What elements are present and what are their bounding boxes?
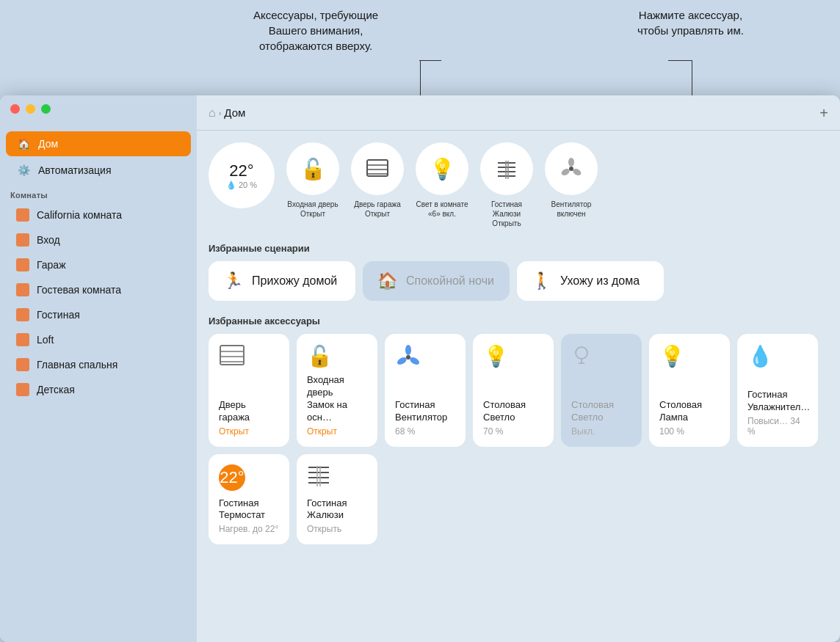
status-fan[interactable]: Вентиляторвключен bbox=[545, 142, 598, 219]
titlebar: ⌂ › Дом + bbox=[197, 95, 840, 131]
room-icon bbox=[16, 258, 29, 271]
acc-garage-door[interactable]: Дверьгаража Открыт bbox=[209, 334, 289, 447]
status-light[interactable]: 💡 Свет в комнате«6» вкл. bbox=[416, 142, 468, 219]
front-door-icon: 🔓 bbox=[286, 142, 339, 195]
light-label: Свет в комнате«6» вкл. bbox=[416, 200, 468, 219]
room-icon bbox=[16, 308, 29, 321]
sidebar-kids-label: Детская bbox=[37, 384, 75, 395]
room-icon bbox=[16, 358, 29, 371]
sidebar-item-california[interactable]: California комната bbox=[6, 203, 191, 227]
acc-front-lock[interactable]: 🔓 Входная дверьЗамок на осн… Открыт bbox=[297, 334, 377, 447]
home-icon-titlebar: ⌂ bbox=[209, 106, 216, 120]
acc-living-thermo[interactable]: 22° ГостинаяТермостат Нагрев. до 22° bbox=[209, 454, 289, 545]
sidebar-item-dom[interactable]: 🏠 Дом bbox=[6, 131, 191, 156]
acc-living-humid[interactable]: 💧 ГостинаяУвлажнител… Повыси… 34 % bbox=[737, 334, 818, 447]
scene-come-home[interactable]: 🏃 Прихожу домой bbox=[209, 261, 355, 301]
scene-leave-home[interactable]: 🚶 Ухожу из дома bbox=[517, 261, 664, 301]
acc-living-thermo-name: ГостинаяТермостат bbox=[219, 497, 279, 522]
sidebar-item-guest[interactable]: Гостевая комната bbox=[6, 278, 191, 302]
acc-garage-door-name: Дверьгаража bbox=[219, 399, 279, 424]
room-icon bbox=[16, 333, 29, 346]
svg-point-19 bbox=[405, 345, 411, 355]
garage-door-label: Дверь гаражаОткрыт bbox=[354, 200, 400, 219]
acc-living-thermo-status: Нагрев. до 22° bbox=[219, 524, 279, 534]
sidebar-garage-label: Гараж bbox=[37, 259, 66, 271]
sidebar-item-kids[interactable]: Детская bbox=[6, 378, 191, 401]
minimize-button[interactable] bbox=[26, 104, 35, 114]
weather-tile[interactable]: 22° 💧 20 % bbox=[209, 142, 275, 208]
gear-icon: ⚙️ bbox=[16, 163, 31, 178]
scenes-section-label: Избранные сценарии bbox=[209, 243, 828, 254]
svg-point-10 bbox=[569, 167, 573, 171]
sidebar-item-dom-label: Дом bbox=[38, 138, 58, 150]
rooms-section-label: Комнаты bbox=[0, 183, 197, 203]
sidebar-item-loft[interactable]: Loft bbox=[6, 328, 191, 351]
acc-dining-light2-status: Выкл. bbox=[571, 426, 631, 437]
acc-living-fan-icon bbox=[395, 344, 455, 376]
scene-come-home-label: Прихожу домой bbox=[252, 274, 337, 288]
weather-temp: 22° bbox=[229, 161, 253, 180]
svg-point-20 bbox=[409, 356, 421, 366]
acc-garage-door-status: Открыт bbox=[219, 426, 279, 437]
annotation-left: Аксессуары, требующие Вашего внимания, о… bbox=[253, 7, 378, 54]
room-icon bbox=[16, 383, 29, 396]
sidebar-item-living[interactable]: Гостиная bbox=[6, 303, 191, 327]
status-front-door[interactable]: 🔓 Входная дверьОткрыт bbox=[286, 142, 339, 219]
home-icon: 🏠 bbox=[16, 136, 31, 151]
sidebar-master-label: Главная спальня bbox=[37, 359, 117, 371]
fan-icon bbox=[545, 142, 598, 195]
maximize-button[interactable] bbox=[41, 104, 51, 114]
acc-dining-light1-icon: 💡 bbox=[483, 344, 543, 368]
acc-front-lock-icon: 🔓 bbox=[307, 344, 367, 368]
acc-dining-light2-name: СтоловаяСветло bbox=[571, 399, 631, 424]
accessories-section-label: Избранные аксессуары bbox=[209, 315, 828, 327]
acc-living-blinds[interactable]: ГостинаяЖалюзи Открыть bbox=[297, 454, 377, 545]
sidebar-item-garage[interactable]: Гараж bbox=[6, 253, 191, 277]
acc-living-fan-status: 68 % bbox=[395, 426, 455, 437]
acc-dining-light2[interactable]: СтоловаяСветло Выкл. bbox=[561, 334, 642, 447]
svg-point-21 bbox=[396, 356, 408, 366]
acc-living-blinds-status: Открыть bbox=[307, 524, 367, 534]
scene-come-home-icon: 🏃 bbox=[223, 271, 243, 291]
acc-dining-lamp-icon: 💡 bbox=[659, 344, 720, 368]
acc-garage-door-icon bbox=[219, 344, 279, 373]
room-icon bbox=[16, 233, 29, 247]
svg-point-18 bbox=[406, 355, 410, 360]
light-icon: 💡 bbox=[416, 142, 468, 195]
close-button[interactable] bbox=[10, 104, 20, 114]
page-title: Дом bbox=[224, 106, 819, 119]
acc-front-lock-name: Входная дверьЗамок на осн… bbox=[307, 374, 367, 424]
scroll-area: 22° 💧 20 % 🔓 Входная дверьОткрыт bbox=[197, 131, 840, 642]
sidebar-item-master[interactable]: Главная спальня bbox=[6, 353, 191, 376]
window-controls bbox=[10, 104, 51, 114]
acc-living-blinds-icon bbox=[307, 464, 367, 492]
sidebar-guest-label: Гостевая комната bbox=[37, 284, 121, 296]
status-row: 22° 💧 20 % 🔓 Входная дверьОткрыт bbox=[209, 142, 828, 228]
room-icon bbox=[16, 283, 29, 296]
room-icon bbox=[16, 208, 29, 222]
sidebar-item-automation[interactable]: ⚙️ Автоматизация bbox=[6, 158, 191, 183]
blinds-label: Гостиная ЖалюзиОткрыть bbox=[480, 200, 533, 228]
garage-door-icon bbox=[351, 142, 404, 195]
sidebar-item-vhod[interactable]: Вход bbox=[6, 228, 191, 252]
acc-dining-lamp[interactable]: 💡 СтоловаяЛампа 100 % bbox=[649, 334, 730, 447]
front-door-label: Входная дверьОткрыт bbox=[287, 200, 338, 219]
scene-good-night[interactable]: 🏠 Спокойной ночи bbox=[363, 261, 510, 301]
acc-dining-light1[interactable]: 💡 СтоловаяСветло 70 % bbox=[473, 334, 554, 447]
add-button[interactable]: + bbox=[819, 106, 828, 120]
acc-living-fan[interactable]: ГостинаяВентилятор 68 % bbox=[385, 334, 466, 447]
scene-good-night-label: Спокойной ночи bbox=[406, 274, 494, 288]
status-garage-door[interactable]: Дверь гаражаОткрыт bbox=[351, 142, 404, 219]
sidebar-california-label: California комната bbox=[37, 209, 122, 221]
acc-dining-lamp-status: 100 % bbox=[659, 426, 720, 437]
sidebar-loft-label: Loft bbox=[37, 334, 54, 346]
annotation-right: Нажмите аксессуар, чтобы управлять им. bbox=[637, 7, 744, 38]
acc-dining-lamp-name: СтоловаяЛампа bbox=[659, 399, 720, 424]
blinds-icon bbox=[480, 142, 533, 195]
scene-leave-home-label: Ухожу из дома bbox=[560, 274, 640, 288]
status-blinds[interactable]: Гостиная ЖалюзиОткрыть bbox=[480, 142, 533, 228]
scene-good-night-icon: 🏠 bbox=[377, 271, 397, 291]
main-content: ⌂ › Дом + 22° 💧 20 % 🔓 Входная дверьОткр… bbox=[197, 95, 840, 642]
sidebar: 🏠 Дом ⚙️ Автоматизация Комнаты Californi… bbox=[0, 95, 197, 642]
sidebar-living-label: Гостиная bbox=[37, 309, 80, 321]
